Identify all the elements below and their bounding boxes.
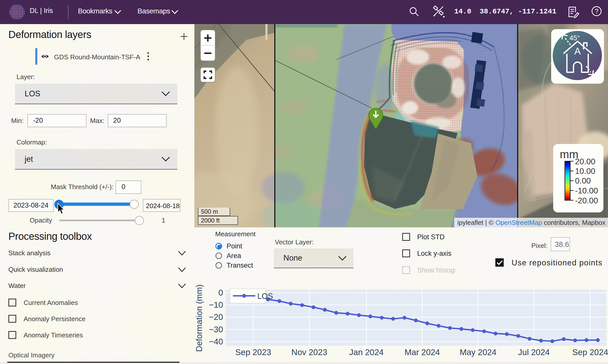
svg-text:LOS: LOS	[257, 292, 273, 301]
svg-text:−20: −20	[209, 312, 223, 322]
svg-text:Sep 2023: Sep 2023	[235, 348, 271, 357]
svg-text:A: A	[574, 46, 581, 57]
svg-text:Jul 2024: Jul 2024	[518, 348, 550, 357]
svg-text:Nov 2023: Nov 2023	[291, 348, 327, 357]
svg-text:-10.00: -10.00	[575, 186, 598, 195]
svg-text:Mar 2024: Mar 2024	[404, 348, 440, 357]
svg-text:45°: 45°	[569, 34, 580, 42]
svg-text:−30: −30	[209, 325, 223, 334]
svg-text:0.00: 0.00	[575, 176, 591, 185]
svg-text:0: 0	[218, 288, 223, 297]
svg-text:20.00: 20.00	[575, 157, 595, 166]
svg-text:Sep 2024: Sep 2024	[572, 348, 608, 357]
svg-text:Jan 2024: Jan 2024	[349, 348, 384, 357]
svg-text:?: ?	[595, 7, 598, 15]
svg-text:10.00: 10.00	[575, 167, 595, 176]
svg-text:May 2024: May 2024	[460, 348, 497, 357]
svg-text:Deformation (mm): Deformation (mm)	[194, 284, 204, 352]
svg-text:-20.00: -20.00	[575, 196, 598, 205]
svg-text:−40: −40	[209, 337, 223, 346]
svg-text:−10: −10	[209, 300, 223, 310]
